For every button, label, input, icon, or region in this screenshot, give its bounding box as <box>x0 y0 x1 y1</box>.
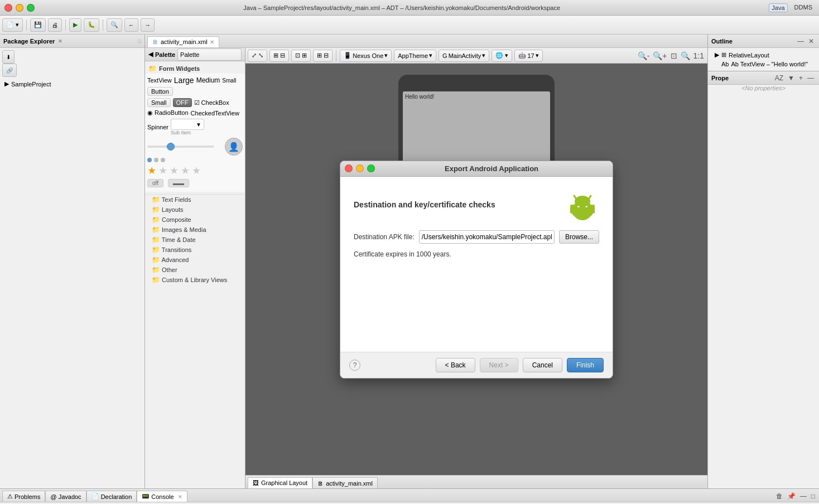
window-controls <box>4 4 35 12</box>
back-button[interactable]: ← <box>124 18 138 32</box>
spinner-widget[interactable]: Spinner <box>147 124 168 130</box>
palette-section-custom-library[interactable]: 📁 Custom & Library Views <box>145 275 245 285</box>
palette-section-textfields[interactable]: 📁 Text Fields <box>145 195 245 205</box>
tab-close-icon[interactable]: ✕ <box>210 39 214 45</box>
declaration-tab[interactable]: 📄 Declaration <box>86 491 137 502</box>
small-button-widget[interactable]: Small <box>147 98 171 107</box>
avatar-widget[interactable]: 👤 <box>225 138 243 156</box>
widget-row-1: TextView Large Medium Small Button <box>147 76 243 96</box>
remove-prop-button[interactable]: — <box>806 74 816 83</box>
debug-button[interactable]: 🐛 <box>84 18 99 32</box>
save-button[interactable]: 💾 <box>30 18 46 32</box>
toggle-item-1[interactable]: off <box>147 179 163 187</box>
checkbox-widget[interactable]: ☑ CheckBox <box>194 99 229 106</box>
toolbar-separator-1 <box>26 20 27 31</box>
run-button[interactable]: ▶ <box>69 18 81 32</box>
form-widgets-section: 📁 Form Widgets TextView Large Medium Sma… <box>145 61 245 195</box>
align-button[interactable]: ⊞ ⊟ <box>313 50 333 62</box>
medium-label[interactable]: Medium <box>196 76 220 84</box>
link-button[interactable]: 🔗 <box>2 64 17 77</box>
console-tab[interactable]: 📟 Console ✕ <box>137 491 187 502</box>
search-button[interactable]: 🔍 <box>107 18 122 32</box>
forward-button[interactable]: → <box>141 18 155 32</box>
xml-tab[interactable]: 🗎 activity_main.xml <box>312 477 378 488</box>
problems-tab[interactable]: ⚠ Problems <box>2 491 45 502</box>
palette-section-other[interactable]: 📁 Other <box>145 265 245 275</box>
small-label[interactable]: Small <box>222 77 236 84</box>
console-pin-button[interactable]: 📌 <box>786 492 797 501</box>
modal-titlebar: Export Android Application <box>340 161 613 177</box>
textview-label[interactable]: TextView <box>147 77 172 84</box>
console-clear-button[interactable]: 🗑 <box>774 492 784 501</box>
checked-textview-widget[interactable]: CheckedTextView <box>191 110 239 117</box>
layout-toggle-button[interactable]: ⤢ ⤡ <box>248 50 267 62</box>
slider-widget[interactable] <box>147 143 223 150</box>
radiobutton-widget[interactable]: ◉ RadioButton <box>147 109 189 117</box>
zoom-original-button[interactable]: 1:1 <box>692 51 705 60</box>
palette-section-transitions[interactable]: 📁 Transitions <box>145 245 245 255</box>
page-indicator-widget[interactable] <box>147 158 243 162</box>
export-dialog: Export Android Application Destination a… <box>340 161 613 379</box>
console-maximize-button[interactable]: □ <box>810 492 817 501</box>
zoom-100-button[interactable]: 🔍 <box>680 51 691 60</box>
maximize-button[interactable] <box>27 4 35 12</box>
browse-button[interactable]: Browse... <box>559 230 599 244</box>
add-layout-button[interactable]: ⊞ ⊟ <box>269 50 289 62</box>
zoom-out-button[interactable]: 🔍- <box>637 51 651 60</box>
zoom-fit-button[interactable]: ⊡ <box>669 51 678 60</box>
editor-tab-activity-main[interactable]: 🗎 activity_main.xml ✕ <box>147 36 219 47</box>
ddms-perspective[interactable]: DDMS <box>792 3 815 12</box>
form-widgets-header[interactable]: 📁 Form Widgets <box>145 64 245 74</box>
close-button[interactable] <box>4 4 12 12</box>
star-filled-1[interactable]: ★ <box>147 164 156 177</box>
project-item-sampleproject[interactable]: ▶ SampleProject <box>0 79 144 89</box>
new-file-button[interactable]: 📄 ▾ <box>2 18 23 32</box>
large-label[interactable]: Large <box>174 76 194 85</box>
minimize-button[interactable] <box>16 4 23 12</box>
device-dropdown-icon: ▾ <box>384 52 388 59</box>
console-close-icon[interactable]: ✕ <box>178 494 182 500</box>
toggle-off-widget[interactable]: OFF <box>173 98 192 107</box>
add-prop-button[interactable]: + <box>797 74 804 83</box>
destination-input[interactable] <box>419 230 555 244</box>
locale-button[interactable]: 🌐 ▾ <box>492 50 512 62</box>
back-button[interactable]: < Back <box>436 358 475 372</box>
java-perspective[interactable]: Java <box>769 3 787 12</box>
outline-item-relativelayout[interactable]: ▶ ⊞ RelativeLayout <box>710 50 817 60</box>
form-widgets-label: Form Widgets <box>159 65 200 72</box>
theme-button[interactable]: AppTheme ▾ <box>394 50 436 62</box>
device-selector-button[interactable]: 📱 Nexus One ▾ <box>340 50 392 62</box>
palette-section-composite[interactable]: 📁 Composite <box>145 215 245 225</box>
api-button[interactable]: 🤖 17 ▾ <box>514 50 542 62</box>
finish-button[interactable]: Finish <box>567 358 604 372</box>
print-button[interactable]: 🖨 <box>48 18 62 32</box>
palette-dropdown[interactable]: Palette <box>177 49 242 61</box>
button-widget[interactable]: Button <box>147 87 173 96</box>
zoom-in-button[interactable]: 🔍+ <box>652 51 668 60</box>
modal-close-button[interactable] <box>345 164 353 172</box>
toggle-item-2[interactable]: ▬▬ <box>168 179 189 187</box>
outline-close-button[interactable]: ✕ <box>807 37 816 46</box>
javadoc-tab[interactable]: @ Javadoc <box>45 491 86 502</box>
outline-minimize-button[interactable]: — <box>796 37 806 46</box>
editor-canvas[interactable]: Hello world! Export Android Application <box>245 64 707 475</box>
modal-maximize-button[interactable] <box>367 164 375 172</box>
snap-button[interactable]: ⊡ ⊞ <box>291 50 311 62</box>
cancel-button[interactable]: Cancel <box>523 358 562 372</box>
sort-button[interactable]: AZ <box>773 74 785 83</box>
outline-item-textview[interactable]: Ab Ab TextView – "Hello world!" <box>710 60 817 69</box>
modal-minimize-button[interactable] <box>356 164 364 172</box>
console-minimize-button[interactable]: — <box>798 492 808 501</box>
palette-section-images-media[interactable]: 📁 Images & Media <box>145 225 245 235</box>
palette-section-time-date[interactable]: 📁 Time & Date <box>145 235 245 245</box>
palette-section-layouts[interactable]: 📁 Layouts <box>145 205 245 215</box>
help-button[interactable]: ? <box>349 360 360 371</box>
graphical-layout-tab[interactable]: 🖼 Graphical Layout <box>248 477 312 488</box>
collapse-all-button[interactable]: ⬇ <box>2 50 15 64</box>
activity-button[interactable]: G MainActivity ▾ <box>439 50 489 62</box>
spinner-control[interactable]: ▼ Sub Item <box>171 119 204 135</box>
filter-button[interactable]: ▼ <box>786 74 796 83</box>
modal-spacer <box>354 263 599 341</box>
folder-icon-time: 📁 <box>152 236 160 244</box>
palette-section-advanced[interactable]: 📁 Advanced <box>145 255 245 265</box>
